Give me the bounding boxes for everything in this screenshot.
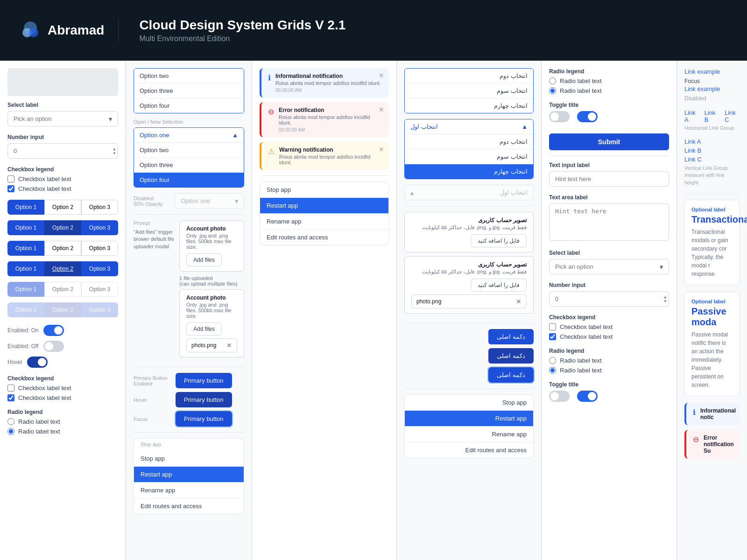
rtl-item-2[interactable]: انتخاب دوم [405,69,533,83]
radio-input-col5b[interactable] [549,87,556,94]
checkbox-col5b[interactable]: Checkbox label text [549,333,669,340]
ctx-ltr-stop[interactable]: Stop app [260,182,388,197]
toggle-off-col5[interactable] [549,111,570,122]
cb-col5a[interactable] [549,323,556,330]
checkbox-input-2a[interactable] [7,385,14,392]
checkbox-item-2a[interactable]: Checkbox label text [7,385,118,392]
checkbox-input-1a[interactable] [7,175,14,182]
rtl-item-3[interactable]: انتخاب سوم [405,83,533,98]
toggle-1[interactable] [43,325,64,336]
rtl-open-4[interactable]: انتخاب چهارم [405,164,533,179]
toggle-2[interactable] [43,341,64,352]
notif-info-close[interactable]: ✕ [379,72,384,79]
seg-btn-4b[interactable]: Option 2 [44,261,81,276]
seg-btn-2c[interactable]: Option 3 [81,220,118,235]
notif-warning-close[interactable]: ✕ [379,146,384,153]
toggle-off-col5b[interactable] [549,391,570,402]
seg-btn-4a[interactable]: Option 1 [7,261,44,276]
arrow-up-col5[interactable]: ▲ [663,295,667,299]
ctx-ltr-rename[interactable]: Rename app [260,213,388,229]
select-wrapper-1[interactable]: ▼ [7,111,118,126]
ctx-ltr-edit[interactable]: Edit routes and access [260,229,388,245]
dropdown-open-two[interactable]: Option two [134,143,244,157]
radio-col5b-input-b[interactable] [549,367,556,374]
primary-btn-focus[interactable]: Primary button [176,411,232,427]
checkbox-input-1b[interactable] [7,185,14,192]
seg-btn-1a[interactable]: Option 1 [7,200,44,215]
radio-input-2b[interactable] [7,428,14,435]
link-example-2[interactable]: Link example [684,85,720,92]
link-c2[interactable]: Link C [684,156,740,163]
checkbox-col5a[interactable]: Checkbox label text [549,323,669,330]
context-item-rename[interactable]: Rename app [134,482,244,498]
seg-btn-2b[interactable]: Option 2 [44,220,81,235]
rtl-ctx-restart[interactable]: Restart app [405,410,533,426]
file-remove-1[interactable]: ✕ [226,342,232,349]
rtl-btn-1[interactable]: دکمه اصلی [488,329,534,344]
rtl-ctx-stop[interactable]: Stop app [405,395,533,410]
number-input-col5[interactable] [549,291,669,307]
checkbox-item-1b[interactable]: Checkbox label text [7,185,118,192]
link-example-1[interactable]: Link example [684,68,720,75]
dropdown-item-two[interactable]: Option two [134,69,244,83]
toggle-on-col5[interactable] [577,111,598,122]
seg-btn-3b[interactable]: Option 2 [44,241,81,256]
link-a2[interactable]: Link A [684,138,740,145]
cb-col5b[interactable] [549,333,556,340]
arrow-down-1[interactable]: ▼ [113,151,116,155]
radio-input-col5a[interactable] [549,77,556,84]
checkbox-input-2b[interactable] [7,394,14,401]
rtl-btn-2[interactable]: دکمه اصلی [488,348,534,364]
context-item-stop[interactable]: Stop app [134,451,244,466]
radio-col5b-input-a[interactable] [549,357,556,364]
dropdown-open-four[interactable]: Option four [134,172,244,187]
text-input[interactable] [549,171,669,187]
dropdown-header-open[interactable]: Option one ▲ [134,128,244,143]
rtl-btn-3[interactable]: دکمه اصلی [488,367,534,383]
add-files-btn-1[interactable]: Add files [186,253,222,266]
rtl-file-remove[interactable]: ✕ [516,298,521,305]
context-item-restart[interactable]: Restart app [134,466,244,482]
radio-col5b-a[interactable]: Radio label text [549,357,669,364]
dropdown-item-three[interactable]: Option three [134,83,244,98]
link-b2[interactable]: Link B [684,147,740,154]
rtl-add-files-1[interactable]: فایل را اضافه کنید [471,234,527,247]
seg-btn-3c[interactable]: Option 3 [81,241,118,256]
add-files-btn-2[interactable]: Add files [186,322,222,336]
link-c[interactable]: Link C [725,109,740,123]
select-input-1[interactable] [7,111,118,126]
notif-error-close[interactable]: ✕ [379,106,384,113]
primary-btn-enabled[interactable]: Primary button [176,373,232,388]
radio-item-2b[interactable]: Radio label text [7,428,118,435]
ctx-ltr-restart[interactable]: Restart app [260,197,388,213]
rtl-ctx-edit[interactable]: Edit routes and access [405,442,533,458]
link-a[interactable]: Link A [684,109,699,123]
toggle-on-col5b[interactable] [577,391,598,402]
radio-item-col5a[interactable]: Radio label text [549,77,669,84]
rtl-add-files-2[interactable]: فایل را اضافه کنید [471,279,527,292]
text-area[interactable] [549,203,669,241]
arrow-up-1[interactable]: ▲ [113,147,116,151]
rtl-item-4[interactable]: انتخاب چهارم [405,98,533,113]
radio-item-2a[interactable]: Radio label text [7,418,118,425]
select-wrapper-col5[interactable]: ▼ [549,259,669,274]
submit-btn[interactable]: Submit [549,133,669,150]
rtl-ctx-rename[interactable]: Rename app [405,426,533,442]
dropdown-item-four[interactable]: Option four [134,98,244,113]
dropdown-open-three[interactable]: Option three [134,157,244,172]
context-item-edit[interactable]: Edit routes and access [134,498,244,514]
number-input-1[interactable] [7,143,118,159]
seg-btn-2a[interactable]: Option 1 [7,220,44,235]
radio-item-col5b[interactable]: Radio label text [549,87,669,94]
seg-btn-3a[interactable]: Option 1 [7,241,44,256]
rtl-open-3[interactable]: انتخاب سوم [405,149,533,164]
radio-input-2a[interactable] [7,418,14,425]
toggle-3[interactable] [27,357,48,368]
arrow-down-col5[interactable]: ▼ [663,299,667,303]
checkbox-item-1a[interactable]: Checkbox label text [7,175,118,182]
radio-col5b-b[interactable]: Radio label text [549,367,669,374]
rtl-open-2[interactable]: انتخاب دوم [405,134,533,149]
seg-btn-1c[interactable]: Option 3 [81,200,118,215]
checkbox-item-2b[interactable]: Checkbox label text [7,394,118,401]
seg-btn-4c[interactable]: Option 3 [81,261,118,276]
